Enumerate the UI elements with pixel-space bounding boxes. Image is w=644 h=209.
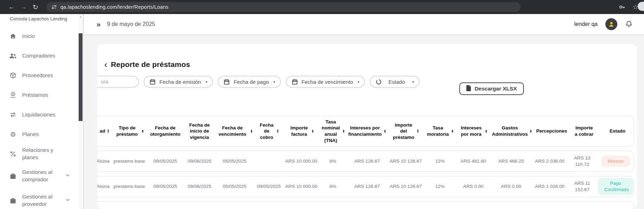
table-header-row: ad▲▼Tipo de préstamo▲▼Fecha de otorgamie… — [97, 116, 634, 147]
table-cell-status: Moroso — [596, 156, 635, 167]
table-cell: ARS 466.25 — [491, 158, 531, 164]
avatar[interactable] — [605, 18, 617, 30]
filter-fecha-de-pago[interactable]: Fecha de pago▾ — [218, 76, 281, 88]
table-cell: ARS 10 126.67 — [387, 158, 424, 164]
column-header[interactable]: Fecha de vencimiento▲▼ — [215, 125, 254, 137]
url-bar[interactable]: qa.lapachoslending.com/lender/Reports/Lo… — [46, 2, 520, 12]
table-row[interactable] — [97, 201, 634, 209]
back-chevron-icon[interactable]: ‹ — [104, 61, 107, 68]
column-header-label: Fecha de otorgamiento — [149, 125, 182, 137]
table-cell: ARS 10 000.00 — [284, 183, 319, 190]
column-header[interactable]: Importe del préstamo▲▼ — [387, 122, 424, 141]
table-cell: Alsina — [97, 158, 112, 164]
table-cell: 09/05/2025 — [147, 183, 184, 190]
column-header[interactable]: Fecha de cobro▲▼ — [254, 122, 284, 141]
table-cell: ARS 2 036.00 — [531, 158, 568, 164]
sidebar-scrollbar[interactable]: ▲ — [78, 14, 83, 209]
column-header[interactable]: Tasa moratoria▲▼ — [424, 125, 456, 137]
sort-icon[interactable]: ▲▼ — [451, 129, 454, 133]
cell-value: prestamo base — [113, 158, 145, 164]
sort-icon[interactable]: ▲▼ — [416, 129, 419, 133]
browser-profile-chip[interactable] — [638, 2, 644, 11]
column-header-label: Importe del préstamo — [392, 122, 415, 141]
sidebar-item-prestamos[interactable]: $Préstamos — [0, 85, 83, 105]
download-xlsx-label: Descargar XLSX — [474, 86, 517, 92]
sort-icon[interactable]: ▲▼ — [276, 129, 279, 133]
table-cell: 12% — [424, 158, 456, 164]
column-header-label: Tasa moratoria — [426, 125, 449, 137]
column-header[interactable]: Tasa nominal anual (TNA)▲▼ — [319, 119, 347, 143]
sidebar-item-inicio[interactable]: Inicio — [0, 26, 83, 46]
cell-value: ARS 10 000.00 — [285, 158, 317, 164]
loans-table: ad▲▼Tipo de préstamo▲▼Fecha de otorgamie… — [97, 116, 634, 209]
home-icon — [9, 32, 17, 40]
sidebar-item-relaciones-y-planes[interactable]: Relaciones y planes — [0, 144, 83, 164]
column-header[interactable]: ad▲▼ — [97, 128, 112, 134]
sidebar-item-label: Liquidaciones — [22, 111, 55, 119]
cell-value: ARS 13 110.72 — [572, 155, 592, 168]
column-header: Fecha de otorgamiento — [147, 125, 184, 137]
column-header[interactable]: Gastos Administrativos▲▼ — [491, 125, 533, 137]
caret-down-icon: ▾ — [205, 80, 207, 84]
sidebar-item-gestiones-al-comprador[interactable]: Gestiones al comprador — [0, 164, 83, 188]
chevron-down-icon[interactable] — [65, 197, 71, 204]
column-header-label: Intereses por mora — [459, 125, 483, 137]
cell-value: ARS 10 126.67 — [390, 183, 422, 190]
status-badge: Pago Confirmado — [598, 178, 633, 195]
scrollbar-thumb[interactable] — [79, 33, 83, 121]
column-header-label: Fecha de vencimiento — [216, 125, 249, 137]
column-header[interactable]: Intereses por financiamiento▲▼ — [347, 125, 387, 137]
column-header[interactable]: Tipo de préstamo▲▼ — [112, 125, 147, 137]
sidebar-item-compradores[interactable]: Compradores — [0, 46, 83, 66]
table-cell: ARS 1 026.00 — [531, 183, 568, 190]
sidebar-item-gestiones-al-proveedor[interactable]: Gestiones al proveedor — [0, 188, 83, 209]
cell-value: ARS 126.67 — [354, 158, 380, 164]
sidebar-item-label: Gestiones al proveedor — [22, 193, 60, 208]
filter-fecha-de-emision[interactable]: Fecha de emisión▾ — [144, 76, 213, 88]
column-header-label: Importe a cobrar — [574, 125, 593, 137]
sort-icon[interactable]: ▲▼ — [530, 129, 532, 133]
scrollbar-up-arrow[interactable]: ▲ — [78, 15, 83, 18]
sort-icon[interactable]: ▲▼ — [250, 129, 253, 133]
column-header[interactable]: Importe factura▲▼ — [284, 125, 319, 137]
table-cell: 09/05/2025 — [147, 158, 184, 164]
sidebar: Consola Lapachos Lending InicioComprador… — [0, 14, 84, 209]
filter-estado[interactable]: Estado▾ — [370, 76, 420, 88]
site-settings-icon[interactable] — [51, 4, 57, 10]
key-icon[interactable] — [618, 4, 625, 11]
cell-value: ARS 466.25 — [498, 158, 524, 164]
sort-icon[interactable]: ▲▼ — [311, 129, 314, 133]
sidebar-item-planes[interactable]: ⚙Planes — [0, 124, 83, 144]
sidebar-item-label: Proveedores — [22, 72, 53, 79]
chevron-down-icon[interactable] — [65, 173, 71, 180]
sort-icon[interactable]: ▲▼ — [384, 129, 386, 133]
forward-icon[interactable]: → — [18, 1, 29, 13]
download-xlsx-button[interactable]: Descargar XLSX — [459, 82, 524, 95]
file-icon — [466, 85, 471, 93]
search-input[interactable] — [97, 76, 139, 88]
cell-value: ARS 2 036.00 — [535, 158, 564, 164]
sort-icon[interactable]: ▲▼ — [485, 129, 487, 133]
sort-icon[interactable]: ▲▼ — [142, 129, 144, 133]
table-row[interactable]: Alsinaprestamo base09/05/202509/06/20250… — [97, 176, 634, 197]
cell-value: 8% — [329, 158, 336, 164]
reload-icon[interactable]: ↻ — [29, 1, 41, 13]
filter-fecha-de-vencimiento[interactable]: Fecha de vencimiento▾ — [286, 76, 365, 88]
back-icon[interactable]: ← — [6, 1, 18, 13]
user-name: lender qa — [574, 21, 598, 27]
sidebar-item-proveedores[interactable]: Proveedores — [0, 66, 83, 85]
sort-icon[interactable]: ▲▼ — [342, 129, 345, 133]
sidebar-collapse-icon[interactable]: » — [97, 20, 101, 28]
table-cell: ARS 11 152.67 — [568, 180, 596, 193]
table-row[interactable]: Alsinaprestamo base09/05/202509/06/20250… — [97, 151, 634, 172]
column-header: Percepciones — [533, 128, 570, 134]
table-cell: prestamo base — [112, 158, 147, 164]
table-cell: ARS 10 126.67 — [387, 183, 424, 190]
sidebar-item-liquidaciones[interactable]: Liquidaciones — [0, 105, 83, 124]
page-title: Reporte de préstamos — [111, 60, 190, 69]
bell-icon[interactable] — [625, 20, 633, 28]
sort-icon[interactable]: ▲▼ — [107, 129, 110, 133]
table-cell: prestamo base — [112, 183, 147, 190]
column-header[interactable]: Intereses por mora▲▼ — [456, 125, 491, 137]
column-header-label: Fecha de cobro — [258, 122, 275, 141]
